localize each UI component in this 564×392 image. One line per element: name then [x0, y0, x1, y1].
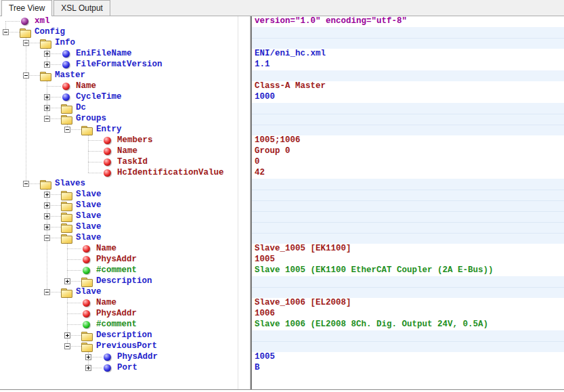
- folder-icon: [61, 211, 72, 222]
- node-value[interactable]: Slave 1005 (EK1100 EtherCAT Coupler (2A …: [252, 265, 564, 276]
- tree-row: Slave: [0, 222, 238, 233]
- node-value[interactable]: 0: [252, 157, 564, 168]
- node-value[interactable]: 1.1: [252, 60, 564, 70]
- tree-node-label[interactable]: Slave: [76, 233, 102, 244]
- tree-node-label[interactable]: Name: [76, 81, 96, 92]
- expand-toggle-icon[interactable]: [44, 94, 50, 100]
- collapse-toggle-icon[interactable]: [3, 29, 9, 35]
- expand-toggle-icon[interactable]: [85, 365, 91, 371]
- collapse-toggle-icon[interactable]: [44, 235, 50, 241]
- tree-node-label[interactable]: Slave: [76, 222, 102, 233]
- tree-row: Description: [0, 330, 238, 341]
- node-value[interactable]: 1006: [252, 309, 564, 320]
- tree-row: PhysAddr: [0, 255, 238, 265]
- tree-node-label[interactable]: Name: [96, 298, 116, 309]
- expand-toggle-icon[interactable]: [64, 332, 70, 339]
- tree-node-label[interactable]: CycleTime: [76, 92, 122, 103]
- expand-toggle-icon[interactable]: [44, 224, 50, 230]
- node-value[interactable]: 1005: [252, 352, 564, 363]
- expand-toggle-icon[interactable]: [64, 278, 70, 284]
- tree-node-label[interactable]: Info: [55, 38, 75, 49]
- node-value[interactable]: 1005;1006: [252, 135, 564, 146]
- tree-node-label[interactable]: Name: [117, 146, 137, 157]
- node-value[interactable]: Slave_1005 [EK1100]: [252, 244, 564, 255]
- node-value[interactable]: Slave 1006 (EL2008 8Ch. Dig. Output 24V,…: [252, 320, 564, 330]
- tree-node-label[interactable]: PhysAddr: [117, 352, 158, 363]
- collapse-toggle-icon[interactable]: [44, 116, 50, 122]
- tree-node-label[interactable]: Dc: [76, 103, 86, 114]
- tree-node-label[interactable]: Slave: [76, 211, 102, 222]
- expand-toggle-icon[interactable]: [44, 51, 50, 57]
- tree-node-label[interactable]: #comment: [96, 265, 137, 276]
- value-row-empty: [252, 190, 564, 200]
- tree-node-label[interactable]: Name: [96, 244, 116, 255]
- folder-icon: [40, 179, 51, 190]
- tree-node-label[interactable]: TaskId: [117, 157, 148, 168]
- tree-node-label[interactable]: PreviousPort: [96, 341, 157, 352]
- tree-node-label[interactable]: Slave: [76, 287, 102, 298]
- tree-row: Name: [0, 244, 238, 255]
- element-icon: [61, 49, 72, 60]
- attribute-icon: [81, 255, 92, 265]
- tree-node-label[interactable]: Config: [35, 27, 65, 38]
- collapse-toggle-icon[interactable]: [23, 40, 29, 46]
- tree-node-label[interactable]: Slave: [76, 200, 102, 211]
- folder-icon: [61, 200, 72, 211]
- collapse-toggle-icon[interactable]: [64, 343, 70, 349]
- tree-row: xml: [0, 16, 238, 27]
- value-row-empty: [252, 27, 564, 38]
- tree-node-label[interactable]: EniFileName: [76, 49, 132, 60]
- tree-rail-line: [67, 298, 68, 347]
- tree-node-label[interactable]: Slave: [76, 190, 102, 200]
- node-value[interactable]: Group 0: [252, 146, 564, 157]
- value-row-empty: [252, 276, 564, 287]
- element-icon: [102, 352, 113, 363]
- node-value[interactable]: 42: [252, 168, 564, 179]
- tab-tree-view[interactable]: Tree View: [1, 0, 52, 16]
- node-value[interactable]: ENI/eni_hc.xml: [252, 49, 564, 60]
- expand-toggle-icon[interactable]: [44, 213, 50, 219]
- expand-toggle-icon[interactable]: [44, 202, 50, 209]
- tree-node-label[interactable]: HcIdentificationValue: [117, 168, 224, 179]
- collapse-toggle-icon[interactable]: [44, 289, 50, 295]
- tree-node-label[interactable]: Master: [55, 70, 85, 81]
- collapse-toggle-icon[interactable]: [64, 127, 70, 133]
- collapse-toggle-icon[interactable]: [23, 72, 29, 79]
- node-value[interactable]: Slave_1006 [EL2008]: [252, 298, 564, 309]
- tree-node-label[interactable]: PhysAddr: [96, 255, 137, 265]
- folder-icon: [81, 341, 92, 352]
- tree-node-label[interactable]: Entry: [96, 125, 122, 135]
- node-value[interactable]: Class-A Master: [252, 81, 564, 92]
- tree-node-label[interactable]: Slaves: [55, 179, 85, 190]
- tab-xsl-output[interactable]: XSL Output: [53, 0, 110, 16]
- attribute-icon: [102, 157, 113, 168]
- collapse-toggle-icon[interactable]: [23, 181, 29, 187]
- tree-node-label[interactable]: FileFormatVersion: [76, 60, 162, 70]
- tree-row: #comment: [0, 265, 238, 276]
- tree-node-label[interactable]: #comment: [96, 320, 137, 330]
- comment-icon: [81, 265, 92, 276]
- tab-bar: Tree View XSL Output: [0, 0, 564, 16]
- tree-row: Slave: [0, 233, 238, 244]
- expand-toggle-icon[interactable]: [85, 354, 91, 360]
- node-value[interactable]: version="1.0" encoding="utf-8": [252, 16, 564, 27]
- value-row-empty: [252, 114, 564, 125]
- value-row-empty: [252, 70, 564, 81]
- element-icon: [61, 92, 72, 103]
- node-value[interactable]: 1005: [252, 255, 564, 265]
- tree-node-label[interactable]: Groups: [76, 114, 106, 125]
- tree-node-label[interactable]: PhysAddr: [96, 309, 137, 320]
- expand-toggle-icon[interactable]: [44, 192, 50, 198]
- expand-toggle-icon[interactable]: [44, 62, 50, 68]
- tree-node-label[interactable]: Port: [117, 363, 137, 374]
- node-value[interactable]: B: [252, 363, 564, 374]
- expand-toggle-icon[interactable]: [44, 105, 50, 111]
- node-value[interactable]: 1000: [252, 92, 564, 103]
- xml-declaration-icon: [20, 16, 30, 27]
- tree-connector-line: [88, 173, 102, 173]
- tree-row: HcIdentificationValue: [0, 168, 238, 179]
- tree-node-label[interactable]: xml: [35, 16, 50, 27]
- tree-node-label[interactable]: Description: [96, 276, 152, 287]
- tree-node-label[interactable]: Members: [117, 135, 153, 146]
- tree-node-label[interactable]: Description: [96, 330, 152, 341]
